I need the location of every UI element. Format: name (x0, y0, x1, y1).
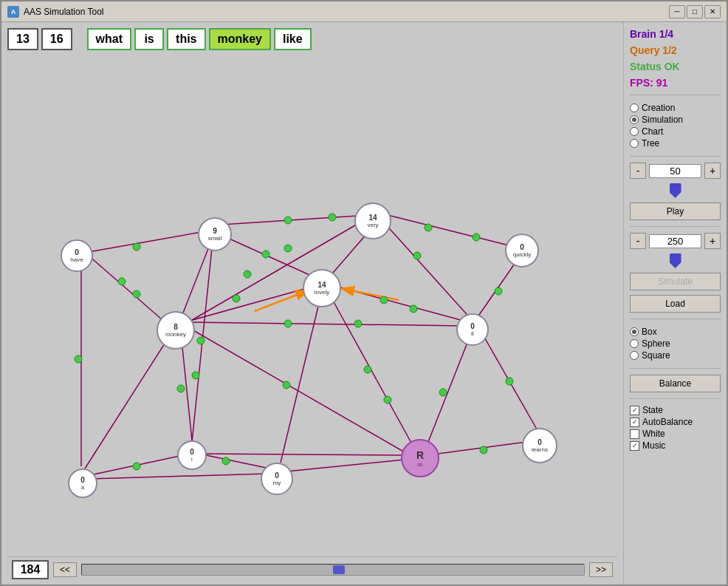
ctrl-row-2: - 250 + (630, 233, 721, 249)
node-small[interactable]: 9small (198, 217, 232, 251)
node-have[interactable]: 0have (61, 239, 93, 272)
svg-point-40 (380, 296, 388, 304)
node-it[interactable]: 0it (456, 313, 489, 346)
radio-square-circle[interactable] (630, 351, 639, 360)
radio-chart[interactable]: Chart (630, 126, 721, 137)
check-state-box[interactable] (630, 406, 639, 415)
ctrl-row-1: - 50 + (630, 163, 721, 179)
svg-point-51 (133, 463, 140, 470)
radio-creation-label: Creation (642, 103, 675, 113)
ctrl2-plus[interactable]: + (704, 233, 721, 249)
radio-creation[interactable]: Creation (630, 103, 721, 113)
slider-thumb-1[interactable] (670, 183, 681, 198)
svg-line-8 (188, 322, 465, 326)
svg-point-39 (413, 252, 421, 259)
separator-1 (630, 95, 721, 95)
minimize-button[interactable]: ─ (669, 5, 685, 18)
check-autobalance[interactable]: AutoBalance (630, 417, 721, 427)
svg-point-42 (506, 378, 513, 385)
ctrl1-minus[interactable]: - (630, 163, 646, 179)
radio-sphere[interactable]: Sphere (630, 338, 721, 349)
right-panel: Brain 1/4 Query 1/2 Status OK FPS: 91 Cr… (623, 22, 727, 586)
graph-area: 14very 9small 0have 0quickly 14lovely 8m… (7, 56, 617, 556)
svg-point-47 (384, 396, 391, 403)
svg-point-48 (439, 389, 447, 396)
check-music-box[interactable] (630, 441, 639, 451)
node-quickly[interactable]: 0quickly (505, 234, 539, 268)
svg-point-58 (197, 337, 205, 344)
radio-tree[interactable]: Tree (630, 138, 721, 149)
word-monkey[interactable]: monkey (209, 28, 271, 50)
slider-thumb-2[interactable] (670, 253, 681, 268)
node-i[interactable]: 0i (177, 440, 207, 470)
separator-6 (630, 398, 721, 399)
simulate-button[interactable]: Simulate (630, 273, 721, 290)
ctrl2-value: 250 (649, 234, 701, 248)
node-a[interactable]: 0a (68, 469, 97, 498)
svg-line-27 (281, 294, 321, 463)
svg-line-16 (427, 333, 471, 446)
maximize-button[interactable]: □ (687, 5, 703, 18)
check-white-label: White (642, 429, 665, 439)
svg-point-31 (133, 290, 140, 298)
scrollbar-thumb[interactable] (333, 565, 345, 574)
word-this[interactable]: this (167, 28, 205, 50)
frame-counter: 184 (12, 560, 49, 579)
svg-point-34 (284, 245, 292, 252)
svg-point-43 (284, 320, 292, 327)
check-white-box[interactable] (630, 429, 639, 439)
radio-sphere-circle[interactable] (630, 339, 639, 348)
node-learns[interactable]: 0learns (522, 428, 557, 463)
load-button[interactable]: Load (630, 295, 721, 313)
check-autobalance-box[interactable] (630, 418, 639, 427)
svg-point-41 (410, 305, 417, 313)
svg-line-12 (384, 222, 473, 321)
radio-chart-label: Chart (642, 126, 663, 137)
svg-point-33 (244, 270, 251, 278)
play-button[interactable]: Play (630, 202, 721, 220)
svg-line-24 (85, 335, 170, 469)
left-panel: 13 16 what is this monkey like (1, 22, 623, 586)
svg-line-29 (343, 289, 399, 300)
ctrl1-plus[interactable]: + (704, 163, 721, 179)
radio-square[interactable]: Square (630, 350, 721, 361)
radio-simulation-circle[interactable] (630, 115, 639, 124)
window-controls: ─ □ ✕ (669, 5, 721, 18)
check-state[interactable]: State (630, 405, 721, 415)
node-my[interactable]: 0my (261, 463, 293, 495)
node-is-r[interactable]: Ris (401, 439, 439, 477)
node-very[interactable]: 14very (354, 202, 391, 239)
radio-box[interactable]: Box (630, 327, 721, 337)
radio-simulation[interactable]: Simulation (630, 115, 721, 125)
separator-5 (630, 368, 721, 369)
svg-point-30 (118, 278, 126, 285)
bottom-bar: 184 << >> (7, 556, 617, 582)
status-ok: Status OK (630, 61, 721, 72)
num-box-1: 13 (7, 28, 38, 50)
svg-point-32 (133, 243, 140, 251)
close-button[interactable]: ✕ (704, 5, 721, 18)
radio-box-circle[interactable] (630, 327, 639, 336)
svg-line-18 (286, 459, 412, 471)
word-what[interactable]: what (87, 28, 131, 50)
radio-chart-circle[interactable] (630, 127, 639, 136)
svg-point-38 (473, 234, 480, 241)
check-music[interactable]: Music (630, 440, 721, 451)
scrollbar-track[interactable] (81, 564, 585, 576)
node-lovely[interactable]: 14lovely (303, 269, 341, 307)
next-button[interactable]: >> (589, 562, 613, 577)
word-like[interactable]: like (274, 28, 312, 50)
prev-button[interactable]: << (53, 562, 77, 577)
word-is[interactable]: is (134, 28, 164, 50)
separator-4 (630, 318, 721, 319)
titlebar: A AAS Simulation Tool ─ □ ✕ (1, 1, 727, 22)
svg-point-35 (284, 217, 292, 224)
svg-line-11 (388, 215, 521, 248)
balance-button[interactable]: Balance (630, 375, 721, 392)
node-monkey[interactable]: 8monkey (157, 311, 195, 350)
check-white[interactable]: White (630, 429, 721, 439)
svg-line-28 (255, 291, 306, 311)
ctrl2-minus[interactable]: - (630, 233, 646, 249)
radio-creation-circle[interactable] (630, 103, 639, 112)
radio-tree-circle[interactable] (630, 139, 639, 148)
